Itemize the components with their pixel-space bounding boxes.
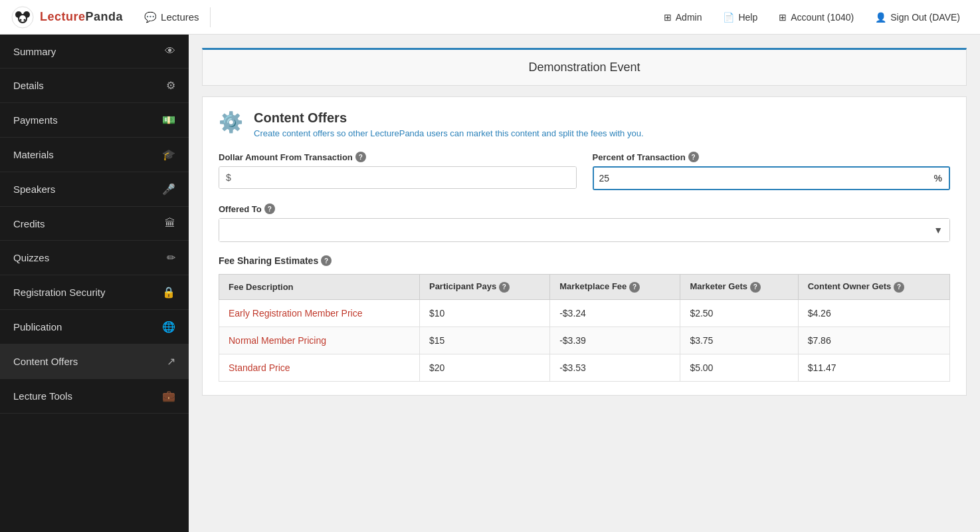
- dollar-input-wrapper: $: [219, 166, 577, 189]
- sidebar-item-content-offers[interactable]: Content Offers ↗: [0, 344, 189, 379]
- topnav: LecturePanda 💬 Lectures ⊞ Admin 📄 Help ⊞…: [0, 0, 980, 35]
- percent-label: Percent of Transaction ?: [593, 152, 951, 162]
- participant-pays-help[interactable]: ?: [499, 282, 510, 293]
- fee-sharing-help-icon[interactable]: ?: [321, 255, 332, 266]
- lock-icon: 🔒: [162, 286, 175, 299]
- sidebar-item-payments[interactable]: Payments 💵: [0, 103, 189, 138]
- section-title: Content Offers: [254, 110, 644, 126]
- sidebar-item-lecture-tools[interactable]: Lecture Tools 💼: [0, 379, 189, 414]
- owner-gets: $4.26: [798, 299, 949, 327]
- owner-gets: $7.86: [798, 327, 949, 354]
- section-header: ⚙️ Content Offers Create content offers …: [219, 110, 950, 138]
- globe-icon: 🌐: [162, 321, 175, 333]
- comment-icon: 💬: [144, 11, 157, 23]
- logo-icon: [11, 5, 35, 29]
- marketplace-fee: -$3.24: [550, 299, 680, 327]
- offered-to-label: Offered To ?: [219, 203, 950, 214]
- fee-table: Fee Description Participant Pays ? Marke…: [219, 274, 950, 382]
- sidebar: Summary 👁 Details ⚙ Payments 💵 Materials…: [0, 35, 189, 532]
- lectures-label: Lectures: [161, 11, 199, 23]
- sidebar-item-quizzes[interactable]: Quizzes ✏: [0, 241, 189, 275]
- lectures-nav[interactable]: 💬 Lectures: [134, 7, 211, 27]
- dollar-amount-group: Dollar Amount From Transaction ? $: [219, 152, 577, 190]
- account-label: Account (1040): [791, 12, 854, 23]
- sidebar-item-registration-security[interactable]: Registration Security 🔒: [0, 275, 189, 310]
- svg-point-6: [24, 19, 26, 21]
- admin-label: Admin: [676, 12, 702, 23]
- admin-button[interactable]: ⊞ Admin: [654, 8, 712, 27]
- fee-description: Early Registration Member Price: [219, 299, 420, 327]
- amount-row: Dollar Amount From Transaction ? $ Perce…: [219, 152, 950, 190]
- marketplace-fee: -$3.53: [550, 354, 680, 381]
- owner-gets-help[interactable]: ?: [894, 282, 904, 293]
- content-area: Demonstration Event ⚙️ Content Offers Cr…: [189, 35, 980, 532]
- bank-icon: 🏛: [165, 217, 175, 229]
- col-owner-gets: Content Owner Gets ?: [798, 275, 949, 300]
- help-button[interactable]: 📄 Help: [714, 8, 767, 27]
- grid-icon: ⊞: [664, 12, 672, 23]
- table-header-row: Fee Description Participant Pays ? Marke…: [219, 275, 950, 300]
- signout-button[interactable]: 👤 Sign Out (DAVE): [866, 8, 969, 27]
- dollar-help-icon[interactable]: ?: [355, 152, 366, 162]
- fee-description: Standard Price: [219, 354, 420, 381]
- eye-icon: 👁: [165, 45, 175, 57]
- sidebar-item-materials[interactable]: Materials 🎓: [0, 138, 189, 172]
- fee-section: Fee Sharing Estimates ? Fee Description …: [219, 255, 950, 382]
- svg-point-4: [19, 15, 26, 22]
- sidebar-item-speakers[interactable]: Speakers 🎤: [0, 172, 189, 207]
- table-row: Early Registration Member Price $10 -$3.…: [219, 299, 950, 327]
- main-layout: Summary 👁 Details ⚙ Payments 💵 Materials…: [0, 35, 980, 532]
- owner-gets: $11.47: [798, 354, 949, 381]
- mortarboard-icon: 🎓: [162, 148, 175, 161]
- page-header: Demonstration Event: [202, 48, 967, 86]
- section-title-area: Content Offers Create content offers so …: [254, 110, 644, 138]
- gear-icon: ⚙: [166, 79, 175, 92]
- nav-actions: ⊞ Admin 📄 Help ⊞ Account (1040) 👤 Sign O…: [654, 8, 969, 27]
- sidebar-item-summary[interactable]: Summary 👁: [0, 35, 189, 68]
- marketplace-fee-help[interactable]: ?: [629, 282, 640, 293]
- signout-label: Sign Out (DAVE): [890, 12, 960, 23]
- col-participant-pays: Participant Pays ?: [419, 275, 549, 300]
- section-subtitle: Create content offers so other LecturePa…: [254, 128, 644, 138]
- participant-pays: $15: [419, 327, 549, 354]
- sidebar-item-publication[interactable]: Publication 🌐: [0, 310, 189, 344]
- account-button[interactable]: ⊞ Account (1040): [769, 8, 863, 27]
- percent-input[interactable]: 25: [594, 168, 928, 189]
- gears-icon: ⚙️: [219, 110, 243, 134]
- marketer-gets: $2.50: [680, 299, 798, 327]
- help-label: Help: [738, 12, 757, 23]
- col-fee-desc: Fee Description: [219, 275, 420, 300]
- percent-group: Percent of Transaction ? 25 %: [593, 152, 951, 190]
- col-marketplace-fee: Marketplace Fee ?: [550, 275, 680, 300]
- marketer-gets-help[interactable]: ?: [750, 282, 761, 293]
- dollar-label: Dollar Amount From Transaction ?: [219, 152, 577, 162]
- sidebar-item-credits[interactable]: Credits 🏛: [0, 207, 189, 241]
- briefcase-icon: 💼: [162, 390, 175, 402]
- offered-to-group: Offered To ? ▼: [219, 203, 950, 242]
- fee-sharing-title: Fee Sharing Estimates ?: [219, 255, 950, 266]
- dollar-prefix: $: [219, 167, 238, 188]
- percent-help-icon[interactable]: ?: [688, 152, 699, 162]
- share-icon: ↗: [167, 355, 175, 368]
- offered-to-help-icon[interactable]: ?: [264, 203, 275, 214]
- marketer-gets: $5.00: [680, 354, 798, 381]
- grid2-icon: ⊞: [779, 12, 787, 23]
- svg-point-5: [20, 19, 22, 21]
- content-offers-card: ⚙️ Content Offers Create content offers …: [202, 96, 967, 396]
- doc-icon: 📄: [723, 12, 734, 23]
- sidebar-item-details[interactable]: Details ⚙: [0, 68, 189, 103]
- participant-pays: $20: [419, 354, 549, 381]
- user-icon: 👤: [875, 12, 886, 23]
- dollar-icon: 💵: [162, 114, 175, 126]
- offered-to-select-wrapper: ▼: [219, 218, 950, 242]
- mic-icon: 🎤: [162, 183, 175, 196]
- table-row: Normal Member Pricing $15 -$3.39 $3.75 $…: [219, 327, 950, 354]
- col-marketer-gets: Marketer Gets ?: [680, 275, 798, 300]
- logo: LecturePanda: [11, 5, 123, 29]
- offered-to-select[interactable]: [219, 219, 949, 241]
- marketer-gets: $3.75: [680, 327, 798, 354]
- percent-input-wrapper: 25 %: [593, 166, 951, 190]
- logo-text: LecturePanda: [40, 10, 123, 24]
- pencil-icon: ✏: [167, 251, 175, 264]
- dollar-amount-input[interactable]: [238, 167, 576, 188]
